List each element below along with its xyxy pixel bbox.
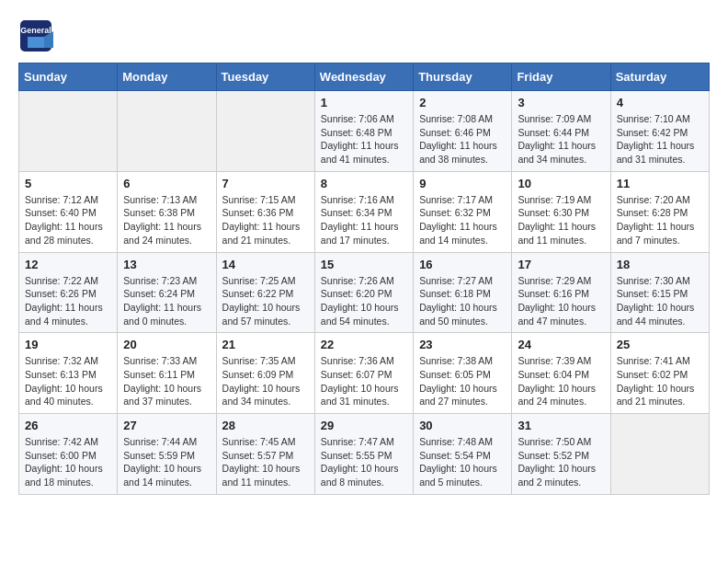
svg-marker-2 xyxy=(28,37,44,48)
calendar-cell: 4Sunrise: 7:10 AM Sunset: 6:42 PM Daylig… xyxy=(610,91,709,172)
day-number: 2 xyxy=(419,96,506,109)
day-info: Sunrise: 7:17 AM Sunset: 6:32 PM Dayligh… xyxy=(419,193,506,247)
day-info: Sunrise: 7:20 AM Sunset: 6:28 PM Dayligh… xyxy=(617,193,703,247)
day-info: Sunrise: 7:09 AM Sunset: 6:44 PM Dayligh… xyxy=(518,112,604,167)
day-info: Sunrise: 7:39 AM Sunset: 6:04 PM Dayligh… xyxy=(518,354,604,408)
calendar-cell: 2Sunrise: 7:08 AM Sunset: 6:46 PM Daylig… xyxy=(414,91,512,172)
day-number: 9 xyxy=(419,177,506,190)
calendar-cell xyxy=(19,91,118,172)
calendar-cell: 5Sunrise: 7:12 AM Sunset: 6:40 PM Daylig… xyxy=(19,171,118,252)
day-info: Sunrise: 7:25 AM Sunset: 6:22 PM Dayligh… xyxy=(222,274,309,328)
day-info: Sunrise: 7:16 AM Sunset: 6:34 PM Dayligh… xyxy=(321,193,407,247)
calendar-cell: 15Sunrise: 7:26 AM Sunset: 6:20 PM Dayli… xyxy=(314,252,413,333)
day-number: 25 xyxy=(617,338,703,351)
day-number: 13 xyxy=(123,258,210,271)
calendar-cell: 16Sunrise: 7:27 AM Sunset: 6:18 PM Dayli… xyxy=(414,252,512,333)
calendar-week-row: 12Sunrise: 7:22 AM Sunset: 6:26 PM Dayli… xyxy=(19,252,710,333)
calendar-cell xyxy=(610,414,709,495)
calendar-cell: 27Sunrise: 7:44 AM Sunset: 5:59 PM Dayli… xyxy=(118,414,216,495)
day-number: 3 xyxy=(518,96,604,109)
day-number: 14 xyxy=(222,258,309,271)
day-info: Sunrise: 7:42 AM Sunset: 6:00 PM Dayligh… xyxy=(25,435,111,489)
calendar-cell: 7Sunrise: 7:15 AM Sunset: 6:36 PM Daylig… xyxy=(216,171,314,252)
calendar-cell: 3Sunrise: 7:09 AM Sunset: 6:44 PM Daylig… xyxy=(512,91,610,172)
calendar-cell: 29Sunrise: 7:47 AM Sunset: 5:55 PM Dayli… xyxy=(314,414,413,495)
weekday-header: Monday xyxy=(118,63,216,91)
day-info: Sunrise: 7:50 AM Sunset: 5:52 PM Dayligh… xyxy=(518,435,604,489)
day-number: 23 xyxy=(419,338,506,351)
day-number: 16 xyxy=(419,258,506,271)
weekday-header: Thursday xyxy=(414,63,512,91)
day-info: Sunrise: 7:33 AM Sunset: 6:11 PM Dayligh… xyxy=(123,354,210,408)
day-number: 11 xyxy=(617,177,703,190)
day-info: Sunrise: 7:27 AM Sunset: 6:18 PM Dayligh… xyxy=(419,274,506,328)
day-info: Sunrise: 7:26 AM Sunset: 6:20 PM Dayligh… xyxy=(321,274,407,328)
calendar-cell: 8Sunrise: 7:16 AM Sunset: 6:34 PM Daylig… xyxy=(314,171,413,252)
calendar-cell: 21Sunrise: 7:35 AM Sunset: 6:09 PM Dayli… xyxy=(216,333,314,414)
logo: General xyxy=(18,18,57,53)
day-info: Sunrise: 7:45 AM Sunset: 5:57 PM Dayligh… xyxy=(222,435,309,489)
day-number: 4 xyxy=(617,96,703,109)
weekday-header: Wednesday xyxy=(314,63,413,91)
day-number: 12 xyxy=(25,258,111,271)
calendar-cell: 30Sunrise: 7:48 AM Sunset: 5:54 PM Dayli… xyxy=(414,414,512,495)
calendar-cell: 11Sunrise: 7:20 AM Sunset: 6:28 PM Dayli… xyxy=(610,171,709,252)
day-number: 10 xyxy=(518,177,604,190)
day-info: Sunrise: 7:12 AM Sunset: 6:40 PM Dayligh… xyxy=(25,193,111,247)
calendar-cell: 23Sunrise: 7:38 AM Sunset: 6:05 PM Dayli… xyxy=(414,333,512,414)
day-info: Sunrise: 7:29 AM Sunset: 6:16 PM Dayligh… xyxy=(518,274,604,328)
calendar-week-row: 19Sunrise: 7:32 AM Sunset: 6:13 PM Dayli… xyxy=(19,333,710,414)
day-number: 29 xyxy=(321,419,407,432)
calendar-cell: 25Sunrise: 7:41 AM Sunset: 6:02 PM Dayli… xyxy=(610,333,709,414)
calendar-cell: 14Sunrise: 7:25 AM Sunset: 6:22 PM Dayli… xyxy=(216,252,314,333)
weekday-header: Friday xyxy=(512,63,610,91)
calendar-cell: 17Sunrise: 7:29 AM Sunset: 6:16 PM Dayli… xyxy=(512,252,610,333)
day-number: 30 xyxy=(419,419,506,432)
calendar-cell: 31Sunrise: 7:50 AM Sunset: 5:52 PM Dayli… xyxy=(512,414,610,495)
weekday-header: Saturday xyxy=(610,63,709,91)
day-number: 6 xyxy=(123,177,210,190)
calendar-cell: 20Sunrise: 7:33 AM Sunset: 6:11 PM Dayli… xyxy=(118,333,216,414)
day-number: 15 xyxy=(321,258,407,271)
day-number: 1 xyxy=(321,96,407,109)
calendar-cell: 12Sunrise: 7:22 AM Sunset: 6:26 PM Dayli… xyxy=(19,252,118,333)
day-info: Sunrise: 7:48 AM Sunset: 5:54 PM Dayligh… xyxy=(419,435,506,489)
day-number: 22 xyxy=(321,338,407,351)
day-info: Sunrise: 7:10 AM Sunset: 6:42 PM Dayligh… xyxy=(617,112,703,167)
day-info: Sunrise: 7:22 AM Sunset: 6:26 PM Dayligh… xyxy=(25,274,111,328)
calendar-cell: 6Sunrise: 7:13 AM Sunset: 6:38 PM Daylig… xyxy=(118,171,216,252)
calendar-cell xyxy=(216,91,314,172)
calendar-cell: 13Sunrise: 7:23 AM Sunset: 6:24 PM Dayli… xyxy=(118,252,216,333)
day-number: 17 xyxy=(518,258,604,271)
calendar-header-row: SundayMondayTuesdayWednesdayThursdayFrid… xyxy=(19,63,710,91)
calendar-table: SundayMondayTuesdayWednesdayThursdayFrid… xyxy=(18,63,710,495)
calendar-cell: 19Sunrise: 7:32 AM Sunset: 6:13 PM Dayli… xyxy=(19,333,118,414)
weekday-header: Sunday xyxy=(19,63,118,91)
day-number: 19 xyxy=(25,338,111,351)
day-info: Sunrise: 7:36 AM Sunset: 6:07 PM Dayligh… xyxy=(321,354,407,408)
day-info: Sunrise: 7:30 AM Sunset: 6:15 PM Dayligh… xyxy=(617,274,703,328)
weekday-header: Tuesday xyxy=(216,63,314,91)
day-number: 24 xyxy=(518,338,604,351)
day-number: 8 xyxy=(321,177,407,190)
day-number: 7 xyxy=(222,177,309,190)
calendar-cell: 1Sunrise: 7:06 AM Sunset: 6:48 PM Daylig… xyxy=(314,91,413,172)
page-header: General xyxy=(18,18,710,53)
day-info: Sunrise: 7:13 AM Sunset: 6:38 PM Dayligh… xyxy=(123,193,210,247)
day-number: 20 xyxy=(123,338,210,351)
calendar-week-row: 5Sunrise: 7:12 AM Sunset: 6:40 PM Daylig… xyxy=(19,171,710,252)
day-info: Sunrise: 7:15 AM Sunset: 6:36 PM Dayligh… xyxy=(222,193,309,247)
svg-text:General: General xyxy=(20,26,51,35)
calendar-cell: 22Sunrise: 7:36 AM Sunset: 6:07 PM Dayli… xyxy=(314,333,413,414)
calendar-cell xyxy=(118,91,216,172)
calendar-cell: 9Sunrise: 7:17 AM Sunset: 6:32 PM Daylig… xyxy=(414,171,512,252)
day-info: Sunrise: 7:38 AM Sunset: 6:05 PM Dayligh… xyxy=(419,354,506,408)
day-info: Sunrise: 7:19 AM Sunset: 6:30 PM Dayligh… xyxy=(518,193,604,247)
calendar-week-row: 1Sunrise: 7:06 AM Sunset: 6:48 PM Daylig… xyxy=(19,91,710,172)
day-info: Sunrise: 7:23 AM Sunset: 6:24 PM Dayligh… xyxy=(123,274,210,328)
day-number: 28 xyxy=(222,419,309,432)
calendar-cell: 24Sunrise: 7:39 AM Sunset: 6:04 PM Dayli… xyxy=(512,333,610,414)
day-info: Sunrise: 7:06 AM Sunset: 6:48 PM Dayligh… xyxy=(321,112,407,167)
day-number: 18 xyxy=(617,258,703,271)
calendar-week-row: 26Sunrise: 7:42 AM Sunset: 6:00 PM Dayli… xyxy=(19,414,710,495)
